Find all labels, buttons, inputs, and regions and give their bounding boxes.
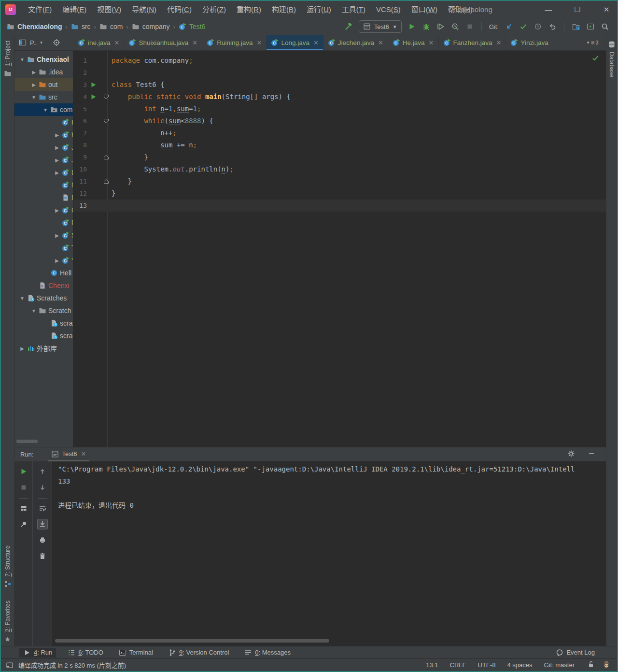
tree-item-h[interactable]: ▶CH [14, 129, 73, 141]
tree-expand-arrow-icon[interactable]: ▶ [53, 258, 61, 263]
close-icon[interactable]: ✕ [496, 39, 502, 46]
menu-item-10[interactable]: 工具(T) [337, 1, 371, 18]
tab-he-java[interactable]: CHe.java✕ [388, 35, 439, 50]
tree-item-chenxi[interactable]: Chenxi [14, 279, 73, 292]
remote-folders-button[interactable] [572, 22, 580, 31]
tree-item-com[interactable]: ▼com [14, 103, 73, 116]
tree-item-f[interactable]: CF [14, 216, 73, 229]
editor-line-9[interactable]: 9 } [73, 151, 606, 163]
tree-expand-arrow-icon[interactable]: ▼ [18, 57, 26, 62]
editor-line-6[interactable]: 6 while(sum<8888) { [73, 115, 606, 127]
tree-item-c[interactable]: ▶CC [14, 204, 73, 216]
tree-expand-arrow-icon[interactable]: ▶ [53, 208, 61, 213]
close-icon[interactable]: ✕ [256, 39, 262, 46]
fold-down-icon[interactable] [103, 118, 109, 124]
settings-gear-button[interactable] [567, 450, 575, 459]
run-button[interactable] [407, 22, 416, 31]
tree-item-j[interactable]: ▶CJ [14, 154, 73, 166]
rollback-button[interactable] [548, 22, 557, 31]
menu-item-4[interactable]: 导航(N) [126, 1, 162, 18]
tree-item--idea[interactable]: ▶.idea [14, 66, 73, 78]
tree-expand-arrow-icon[interactable]: ▶ [53, 132, 61, 138]
breadcrumb-item-chenxiaolong[interactable]: Chenxiaolong [7, 23, 62, 30]
tab-ine-java[interactable]: Cine.java✕ [73, 35, 124, 50]
tree-item-scratches[interactable]: ▼Scratches [14, 292, 73, 304]
history-button[interactable] [534, 22, 542, 31]
console-hscrollbar[interactable] [55, 639, 329, 643]
tab-fanzhen-java[interactable]: CFanzhen.java✕ [439, 35, 506, 50]
git-update-button[interactable] [505, 22, 513, 31]
scroll-from-source-icon[interactable] [53, 39, 60, 46]
tree-item-f[interactable]: CF [14, 116, 73, 129]
toolwindow-button-terminal[interactable]: Terminal [115, 648, 157, 658]
close-icon[interactable]: ✕ [429, 39, 434, 46]
editor-line-5[interactable]: 5 int n=1,sum=1; [73, 103, 606, 115]
tree-item-m[interactable]: CM [14, 179, 73, 191]
menu-item-11[interactable]: VCS(S) [371, 1, 406, 18]
editor-line-8[interactable]: 8 sum += n; [73, 139, 606, 151]
tree-expand-arrow-icon[interactable]: ▶ [53, 157, 61, 163]
tree-expand-arrow-icon[interactable]: ▼ [18, 296, 26, 301]
close-button[interactable]: ✕ [603, 1, 610, 18]
tree-expand-arrow-icon[interactable]: ▶ [30, 70, 38, 75]
run-anything-button[interactable] [586, 22, 595, 31]
toolwindow-button-database[interactable]: Database [606, 41, 617, 78]
code-editor[interactable]: 1package com.company;23class Test6 {4 pu… [73, 51, 606, 447]
editor-line-2[interactable]: 2 [73, 67, 606, 79]
menu-item-2[interactable]: 编辑(E) [57, 1, 92, 18]
chevron-down-icon[interactable]: ▾ [40, 40, 42, 45]
editor-line-12[interactable]: 12} [73, 187, 606, 200]
toolwindow-button-6-todo[interactable]: 6: TODO [64, 648, 107, 658]
tree-item-chenxiaol[interactable]: ▼Chenxiaol [14, 53, 73, 66]
close-icon[interactable]: ✕ [114, 39, 120, 46]
tree-item-l[interactable]: ▶CL [14, 166, 73, 179]
tree-item-r[interactable]: R [14, 191, 73, 204]
tree-item--[interactable]: ▶外部库 [14, 342, 73, 355]
toolwindow-button-2-favorites[interactable]: 2: Favorites★ [1, 601, 14, 643]
status-caret-position[interactable]: 13:1 [426, 661, 438, 669]
tree-expand-arrow-icon[interactable]: ▼ [30, 95, 38, 100]
toolwindow-button-4-run[interactable]: 4: Run [19, 648, 56, 658]
restore-layout-button[interactable] [18, 503, 29, 514]
close-icon[interactable]: ✕ [313, 39, 319, 46]
git-commit-button[interactable] [519, 22, 528, 31]
menu-item-1[interactable]: 文件(F) [23, 1, 57, 18]
tree-expand-arrow-icon[interactable]: ▶ [53, 170, 61, 175]
editor-line-10[interactable]: 10 System.out.println(n); [73, 163, 606, 175]
toolwindow-toggle-icon[interactable] [6, 661, 14, 669]
tab-jiechen-java[interactable]: CJiechen.java✕ [323, 35, 388, 50]
close-icon[interactable]: ✕ [378, 39, 383, 46]
tree-item-s[interactable]: ▶CS [14, 229, 73, 242]
run-gutter-icon[interactable] [91, 82, 96, 87]
unlock-icon[interactable] [587, 660, 595, 670]
toolwindow-button-0-messages[interactable]: 0: Messages [240, 648, 295, 658]
rerun-button[interactable] [18, 466, 29, 477]
coverage-button[interactable] [436, 22, 445, 31]
status-file-encoding[interactable]: UTF-8 [478, 661, 496, 669]
maximize-button[interactable]: ☐ [574, 1, 581, 18]
pin-button[interactable] [18, 519, 29, 529]
toolwindow-button-9-version-control[interactable]: 9: Version Control [165, 648, 233, 658]
build-hammer-button[interactable] [344, 22, 353, 31]
tree-item-y[interactable]: ▶CY [14, 254, 73, 267]
tab-yinzi-java[interactable]: CYinzi.java [506, 35, 553, 50]
close-icon[interactable]: ✕ [81, 450, 86, 458]
hide-button[interactable] [588, 450, 595, 459]
toolwindow-button-7-structure[interactable]: 7: Structure [1, 545, 14, 588]
tree-item-src[interactable]: ▼src [14, 91, 73, 103]
tree-expand-arrow-icon[interactable]: ▼ [42, 107, 49, 113]
tree-item-hell[interactable]: CHell [14, 267, 73, 279]
up-stack-button[interactable] [37, 466, 48, 477]
tree-item-t[interactable]: CT [14, 242, 73, 254]
hidden-tabs-dropdown[interactable]: ▼≡3 [586, 35, 599, 50]
run-configuration-select[interactable]: Test6▼ [359, 20, 402, 33]
scroll-end-button[interactable] [37, 519, 48, 529]
status-indent-setting[interactable]: 4 spaces [507, 661, 532, 669]
tab-long-java[interactable]: CLong.java✕ [267, 35, 323, 50]
editor-line-3[interactable]: 3class Test6 { [73, 79, 606, 91]
event-log-button[interactable]: Event Log [552, 648, 599, 658]
status-line-ending[interactable]: CRLF [450, 661, 466, 669]
fold-down-icon[interactable] [103, 94, 109, 100]
menu-item-7[interactable]: 重构(R) [231, 1, 267, 18]
editor-line-4[interactable]: 4 public static void main(String[] args)… [73, 91, 606, 103]
